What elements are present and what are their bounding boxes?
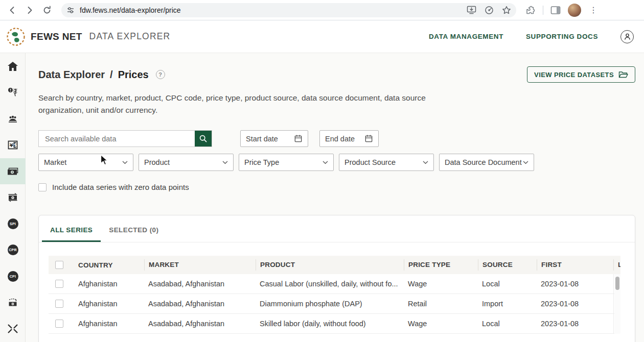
cell-market: Asadabad, Afghanistan [144, 280, 256, 288]
back-icon[interactable] [5, 3, 19, 17]
scrollbar-thumb[interactable] [615, 277, 619, 290]
page-title: Prices [118, 69, 149, 81]
cell-country: Afghanistan [74, 280, 144, 288]
chevron-down-icon [323, 161, 328, 164]
cell-source: Local [478, 280, 537, 288]
search-box [38, 130, 212, 147]
sidebar-item-crop-monitoring[interactable] [0, 79, 26, 105]
sidebar-item-home[interactable] [0, 53, 26, 79]
spi-badge-icon: SPI [8, 218, 18, 229]
population-icon [7, 114, 18, 124]
calendar-icon[interactable] [364, 134, 373, 143]
price-type-filter-label: Price Type [244, 158, 279, 166]
row-checkbox[interactable] [55, 300, 63, 308]
home-icon [7, 61, 18, 71]
table-scrollbar[interactable] [614, 274, 620, 334]
site-settings-icon[interactable] [66, 6, 75, 14]
cell-product: Skilled labor (daily, without food) [256, 320, 404, 328]
table-row[interactable]: Afghanistan Asadabad, Afghanistan Casual… [49, 274, 620, 294]
performance-icon[interactable] [485, 6, 494, 15]
sidebar-item-cpi[interactable]: CPI [0, 263, 26, 289]
price-projection-icon [7, 298, 19, 308]
column-header-market[interactable]: MARKET [144, 259, 256, 271]
data-source-document-filter-label: Data Source Document [445, 158, 522, 166]
browser-menu-icon[interactable]: ⋮ [589, 5, 598, 15]
url-bar[interactable]: fdw.fews.net/data-explorer/price [61, 3, 516, 17]
product-filter-dropdown[interactable]: Product [139, 154, 234, 171]
cell-price-type: Retail [404, 300, 478, 308]
app-header: FEWS NET DATA EXPLORER DATA MANAGEMENT S… [0, 20, 644, 53]
table-row[interactable]: Afghanistan Asadabad, Afghanistan Skille… [49, 314, 620, 334]
column-header-source[interactable]: SOURCE [478, 259, 537, 271]
sidebar-item-population[interactable] [0, 106, 26, 132]
chevron-down-icon [423, 161, 428, 164]
sidebar-item-cpr[interactable]: CPR [0, 237, 26, 263]
svg-text:¥: ¥ [10, 142, 13, 148]
brand-name: FEWS NET [31, 31, 82, 42]
tab-all-series[interactable]: ALL SERIES [42, 215, 101, 242]
zero-datapoints-checkbox[interactable] [38, 183, 47, 191]
column-header-country[interactable]: COUNTRY [74, 261, 144, 269]
extensions-icon[interactable] [525, 5, 536, 15]
column-header-product[interactable]: PRODUCT [256, 259, 404, 271]
price-type-filter-dropdown[interactable]: Price Type [239, 154, 334, 171]
cell-price-type: Wage [404, 280, 478, 288]
product-source-filter-dropdown[interactable]: Product Source [339, 154, 434, 171]
help-icon[interactable]: ? [156, 70, 165, 79]
row-checkbox[interactable] [55, 280, 63, 288]
tab-selected[interactable]: SELECTED (0) [101, 215, 167, 242]
side-panel-icon[interactable] [550, 6, 561, 15]
zero-datapoints-row: Include data series with zero data point… [38, 183, 644, 191]
start-date-placeholder: Start date [246, 135, 278, 143]
data-source-document-filter-dropdown[interactable]: Data Source Document [439, 154, 534, 171]
end-date-field[interactable]: End date [319, 130, 379, 147]
cell-first: 2023-01-08 [537, 280, 613, 288]
exchange-rate-icon [7, 192, 19, 203]
search-button[interactable] [195, 131, 212, 146]
bookmark-star-icon[interactable] [502, 6, 511, 15]
market-filter-dropdown[interactable]: Market [38, 154, 133, 171]
row-checkbox[interactable] [55, 320, 63, 328]
sidebar-item-exchange-rates[interactable] [0, 184, 26, 210]
column-header-first[interactable]: FIRST [537, 259, 613, 271]
calendar-icon[interactable] [294, 134, 303, 143]
search-icon [199, 134, 208, 143]
sidebar-item-prices[interactable] [0, 158, 26, 184]
series-table: COUNTRY MARKET PRODUCT PRICE TYPE SOURCE… [49, 256, 620, 334]
account-icon[interactable] [620, 30, 634, 43]
table-header-row: COUNTRY MARKET PRODUCT PRICE TYPE SOURCE… [49, 256, 620, 274]
table-row[interactable]: Afghanistan Asadabad, Afghanistan Diammo… [49, 294, 620, 314]
install-app-icon[interactable] [467, 6, 476, 14]
cell-market: Asadabad, Afghanistan [144, 300, 256, 308]
browser-window: fdw.fews.net/data-explorer/price [0, 0, 644, 342]
view-price-datasets-button[interactable]: VIEW PRICE DATASETS [527, 66, 635, 83]
breadcrumb-section[interactable]: Data Explorer [38, 69, 105, 81]
prices-banknote-icon [7, 167, 19, 176]
column-header-last[interactable]: LAST [613, 259, 620, 271]
forward-icon[interactable] [22, 3, 37, 17]
search-input[interactable] [39, 131, 195, 146]
sidebar-item-price-projections[interactable] [0, 289, 26, 315]
cell-first: 2023-01-08 [537, 300, 613, 308]
breadcrumb: Data Explorer / Prices ? [38, 69, 165, 81]
start-date-field[interactable]: Start date [240, 130, 308, 147]
end-date-placeholder: End date [325, 135, 355, 143]
cell-price-type: Wage [404, 320, 478, 328]
fews-net-logo [6, 27, 26, 46]
reload-icon[interactable] [40, 3, 54, 17]
sidebar-item-markets-trade[interactable]: ¥$ [0, 132, 26, 158]
nav-data-management[interactable]: DATA MANAGEMENT [429, 33, 503, 40]
url-text[interactable]: fdw.fews.net/data-explorer/price [80, 6, 462, 14]
sidebar-item-more[interactable] [0, 316, 26, 342]
product-source-filter-label: Product Source [344, 158, 396, 166]
svg-text:$: $ [14, 142, 17, 148]
column-header-price-type[interactable]: PRICE TYPE [404, 259, 478, 271]
cpr-badge-icon: CPR [8, 245, 18, 255]
product-filter-label: Product [144, 158, 170, 166]
chevron-down-icon [222, 161, 228, 164]
select-all-checkbox[interactable] [55, 261, 63, 269]
sidebar-item-spi[interactable]: SPI [0, 211, 26, 237]
nav-supporting-docs[interactable]: SUPPORTING DOCS [526, 33, 598, 40]
browser-profile-avatar[interactable] [568, 4, 581, 17]
main-content: Data Explorer / Prices ? VIEW PRICE DATA… [26, 53, 644, 342]
